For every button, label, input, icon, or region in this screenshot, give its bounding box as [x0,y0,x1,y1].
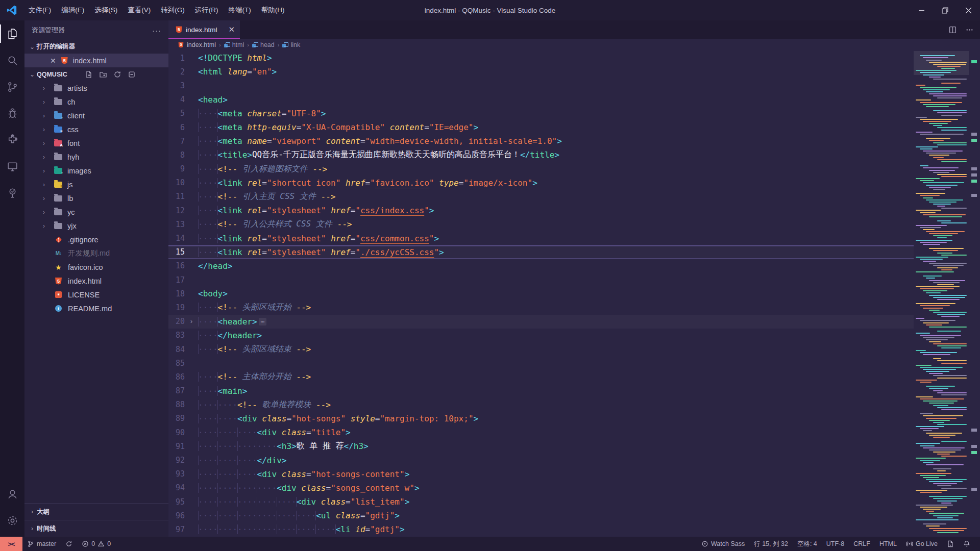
page-action-item[interactable] [942,537,959,551]
account-icon[interactable] [0,481,24,507]
tree-file[interactable]: iREADME.md [24,302,168,315]
eol-item[interactable]: CRLF [849,537,875,551]
tab-index-html[interactable]: 5 index.html ✕ [168,20,240,39]
tree-file[interactable]: .gitignore [24,233,168,246]
code-line-3[interactable]: 3 [168,79,914,92]
code-line-95[interactable]: 95····················<div class="list_i… [168,495,914,509]
open-editor-item[interactable]: ✕ 5 index.html [24,54,168,67]
tree-folder-artists[interactable]: ›artists [24,81,168,95]
code-line-2[interactable]: 2<html lang="en"> [168,65,914,79]
breadcrumb-item[interactable]: head [260,41,275,48]
tree-folder-yc[interactable]: ›yc [24,205,168,219]
split-editor-icon[interactable] [948,26,957,34]
code-line-17[interactable]: 17 [168,273,914,287]
code-line-94[interactable]: 94················<div class="songs_cont… [168,481,914,495]
menu-item[interactable]: 终端(T) [224,0,256,20]
breadcrumb-item[interactable]: html [232,41,244,48]
restore-button[interactable] [933,0,957,20]
tree-file[interactable]: ★favicon.ico [24,260,168,274]
menu-item[interactable]: 转到(G) [156,0,190,20]
project-section[interactable]: ⌄ QQMUSIC [24,67,168,81]
code-line-14[interactable]: 14····<link rel="stylesheet" href="css/c… [168,231,914,245]
code-line-90[interactable]: 90············<div class="title"> [168,425,914,439]
code-line-18[interactable]: 18<body> [168,287,914,300]
code-line-85[interactable]: 85 [168,356,914,370]
code-line-93[interactable]: 93············<div class="hot-songs-cont… [168,467,914,481]
problems-item[interactable]: 0 0 [77,537,115,551]
menu-item[interactable]: 选择(S) [89,0,122,20]
code-line-88[interactable]: 88········<!-- 歌单推荐模块 --> [168,398,914,412]
source-control-icon[interactable] [0,73,24,100]
code-line-6[interactable]: 6····<meta http-equiv="X-UA-Compatible" … [168,120,914,134]
menu-item[interactable]: 文件(F) [23,0,56,20]
code-line-91[interactable]: 91················<h3>歌 单 推 荐</h3> [168,439,914,453]
watch-sass-item[interactable]: Watch Sass [697,537,749,551]
code-line-83[interactable]: 83····</header> [168,329,914,342]
tree-folder-hyh[interactable]: ›hyh [24,150,168,164]
vertical-scrollbar[interactable] [969,51,980,537]
code-line-20[interactable]: 20›····<header>⋯ [168,315,914,329]
language-mode-item[interactable]: HTML [875,537,901,551]
minimize-button[interactable] [910,0,933,20]
explorer-icon[interactable] [0,20,24,47]
menu-item[interactable]: 帮助(H) [256,0,290,20]
code-line-84[interactable]: 84····<!-- 头部区域结束 --> [168,342,914,356]
code-line-97[interactable]: 97····························<li id="gd… [168,522,914,536]
timeline-section[interactable]: › 时间线 [24,520,168,537]
indentation-item[interactable]: 空格: 4 [793,537,822,551]
close-tab-icon[interactable]: ✕ [228,25,235,34]
code-line-15[interactable]: 15····<link rel="stylesheet" href="./css… [168,245,914,259]
tree-folder-font[interactable]: ›Afont [24,136,168,150]
new-file-icon[interactable] [85,70,93,79]
tree-folder-yjx[interactable]: ›yjx [24,219,168,233]
code-line-11[interactable]: 11····<!-- 引入主页 CSS 文件 --> [168,190,914,204]
tree-folder-ch[interactable]: ›ch [24,95,168,109]
code-line-89[interactable]: 89········<div class="hot-songs" style="… [168,412,914,425]
extensions-icon[interactable] [0,127,24,153]
run-debug-icon[interactable] [0,100,24,127]
open-editors-section[interactable]: ⌄ 打开的编辑器 [24,40,168,54]
go-live-item[interactable]: Go Live [901,537,942,551]
remote-explorer-icon[interactable] [0,153,24,180]
code-line-13[interactable]: 13····<!-- 引入公共样式 CSS 文件 --> [168,217,914,231]
sidebar-more-actions-icon[interactable]: ··· [152,26,161,35]
collapse-all-icon[interactable] [128,70,136,79]
menu-item[interactable]: 运行(R) [190,0,224,20]
fold-chevron-icon[interactable]: › [185,318,198,325]
code-line-5[interactable]: 5····<meta charset="UTF-8"> [168,107,914,120]
settings-gear-icon[interactable] [0,507,24,534]
tree-folder-js[interactable]: ›ʲˢjs [24,178,168,191]
code-line-96[interactable]: 96························<ul class="gdt… [168,509,914,522]
code-line-86[interactable]: 86····<!-- 主体部分开始 --> [168,370,914,384]
code-line-9[interactable]: 9····<!-- 引入标题图标文件 --> [168,162,914,176]
menu-item[interactable]: 查看(V) [122,0,156,20]
code-line-8[interactable]: 8····<title>QQ音乐-千万正版音乐海量无损曲库新歌热歌天天畅听的高品… [168,148,914,162]
breadcrumb-item[interactable]: link [290,41,300,48]
testing-icon[interactable] [0,180,24,206]
code-line-19[interactable]: 19····<!-- 头部区域开始 --> [168,300,914,314]
close-window-button[interactable] [957,0,980,20]
breadcrumb-item[interactable]: index.html [187,41,216,48]
outline-section[interactable]: › 大纲 [24,503,168,520]
tree-folder-images[interactable]: ›▫images [24,164,168,178]
tree-file[interactable]: M↓开发规则.md [24,246,168,260]
code-editor[interactable]: 1<!DOCTYPE html>2<html lang="en">34<head… [168,51,914,537]
code-line-7[interactable]: 7····<meta name="viewport" content="widt… [168,134,914,148]
code-line-4[interactable]: 4<head> [168,93,914,107]
remote-indicator[interactable]: >< [0,537,22,551]
code-line-1[interactable]: 1<!DOCTYPE html> [168,51,914,65]
code-line-87[interactable]: 87····<main> [168,384,914,398]
git-branch-item[interactable]: master [22,537,61,551]
search-icon[interactable] [0,47,24,73]
tree-file[interactable]: 5index.html [24,274,168,288]
tree-folder-lb[interactable]: ›lb [24,191,168,205]
code-line-16[interactable]: 16</head> [168,259,914,273]
menu-item[interactable]: 编辑(E) [56,0,89,20]
tree-folder-client[interactable]: ›▫client [24,109,168,122]
minimap-slider[interactable] [914,51,969,75]
minimap[interactable] [914,51,969,537]
refresh-icon[interactable] [113,70,121,79]
tree-folder-css[interactable]: ›≡css [24,122,168,136]
code-line-12[interactable]: 12····<link rel="stylesheet" href="css/i… [168,204,914,217]
code-line-92[interactable]: 92············</div> [168,453,914,467]
